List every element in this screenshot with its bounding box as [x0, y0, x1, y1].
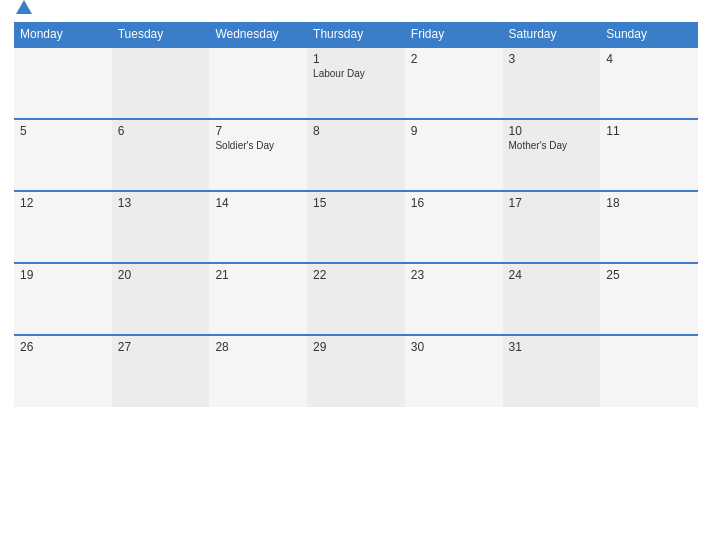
calendar-header: MondayTuesdayWednesdayThursdayFridaySatu…: [14, 22, 698, 47]
calendar-cell: 27: [112, 335, 210, 407]
calendar-cell: 12: [14, 191, 112, 263]
calendar-cell: 14: [209, 191, 307, 263]
calendar-cell: 28: [209, 335, 307, 407]
day-number: 1: [313, 52, 399, 66]
day-number: 20: [118, 268, 204, 282]
header: [14, 10, 698, 14]
calendar-table: MondayTuesdayWednesdayThursdayFridaySatu…: [14, 22, 698, 407]
calendar-cell: 6: [112, 119, 210, 191]
day-header-friday: Friday: [405, 22, 503, 47]
calendar-cell: 18: [600, 191, 698, 263]
day-number: 22: [313, 268, 399, 282]
calendar-cell: 11: [600, 119, 698, 191]
week-row-5: 262728293031: [14, 335, 698, 407]
calendar-cell: 20: [112, 263, 210, 335]
day-number: 16: [411, 196, 497, 210]
day-number: 9: [411, 124, 497, 138]
calendar-cell: 10Mother's Day: [503, 119, 601, 191]
day-number: 17: [509, 196, 595, 210]
day-number: 15: [313, 196, 399, 210]
logo-triangle-icon: [16, 0, 32, 14]
day-header-monday: Monday: [14, 22, 112, 47]
calendar-cell: 5: [14, 119, 112, 191]
calendar-cell: [209, 47, 307, 119]
day-number: 25: [606, 268, 692, 282]
calendar-cell: 19: [14, 263, 112, 335]
holiday-label: Mother's Day: [509, 140, 595, 151]
calendar-cell: 16: [405, 191, 503, 263]
day-header-saturday: Saturday: [503, 22, 601, 47]
calendar-cell: 9: [405, 119, 503, 191]
day-number: 18: [606, 196, 692, 210]
calendar-cell: 30: [405, 335, 503, 407]
calendar-page: MondayTuesdayWednesdayThursdayFridaySatu…: [0, 0, 712, 550]
day-number: 28: [215, 340, 301, 354]
calendar-cell: 3: [503, 47, 601, 119]
calendar-cell: 4: [600, 47, 698, 119]
day-number: 12: [20, 196, 106, 210]
calendar-cell: 8: [307, 119, 405, 191]
day-number: 23: [411, 268, 497, 282]
day-number: 6: [118, 124, 204, 138]
calendar-cell: 7Soldier's Day: [209, 119, 307, 191]
calendar-cell: 13: [112, 191, 210, 263]
day-number: 2: [411, 52, 497, 66]
calendar-cell: 1Labour Day: [307, 47, 405, 119]
calendar-cell: 21: [209, 263, 307, 335]
day-number: 13: [118, 196, 204, 210]
day-number: 3: [509, 52, 595, 66]
calendar-cell: [14, 47, 112, 119]
calendar-cell: 15: [307, 191, 405, 263]
day-number: 21: [215, 268, 301, 282]
day-header-thursday: Thursday: [307, 22, 405, 47]
calendar-cell: 26: [14, 335, 112, 407]
day-number: 31: [509, 340, 595, 354]
day-header-tuesday: Tuesday: [112, 22, 210, 47]
day-number: 5: [20, 124, 106, 138]
day-number: 24: [509, 268, 595, 282]
day-number: 11: [606, 124, 692, 138]
calendar-cell: [600, 335, 698, 407]
week-row-4: 19202122232425: [14, 263, 698, 335]
calendar-cell: 24: [503, 263, 601, 335]
day-number: 19: [20, 268, 106, 282]
calendar-cell: 22: [307, 263, 405, 335]
day-number: 27: [118, 340, 204, 354]
calendar-cell: 29: [307, 335, 405, 407]
day-number: 26: [20, 340, 106, 354]
calendar-cell: [112, 47, 210, 119]
day-number: 4: [606, 52, 692, 66]
calendar-cell: 2: [405, 47, 503, 119]
day-number: 7: [215, 124, 301, 138]
day-number: 30: [411, 340, 497, 354]
day-number: 14: [215, 196, 301, 210]
week-row-2: 567Soldier's Day8910Mother's Day11: [14, 119, 698, 191]
calendar-body: 1Labour Day234567Soldier's Day8910Mother…: [14, 47, 698, 407]
calendar-cell: 25: [600, 263, 698, 335]
calendar-cell: 17: [503, 191, 601, 263]
holiday-label: Soldier's Day: [215, 140, 301, 151]
calendar-cell: 23: [405, 263, 503, 335]
days-of-week-row: MondayTuesdayWednesdayThursdayFridaySatu…: [14, 22, 698, 47]
logo: [14, 10, 32, 14]
day-number: 8: [313, 124, 399, 138]
week-row-1: 1Labour Day234: [14, 47, 698, 119]
week-row-3: 12131415161718: [14, 191, 698, 263]
day-header-wednesday: Wednesday: [209, 22, 307, 47]
holiday-label: Labour Day: [313, 68, 399, 79]
calendar-cell: 31: [503, 335, 601, 407]
day-number: 10: [509, 124, 595, 138]
day-number: 29: [313, 340, 399, 354]
day-header-sunday: Sunday: [600, 22, 698, 47]
